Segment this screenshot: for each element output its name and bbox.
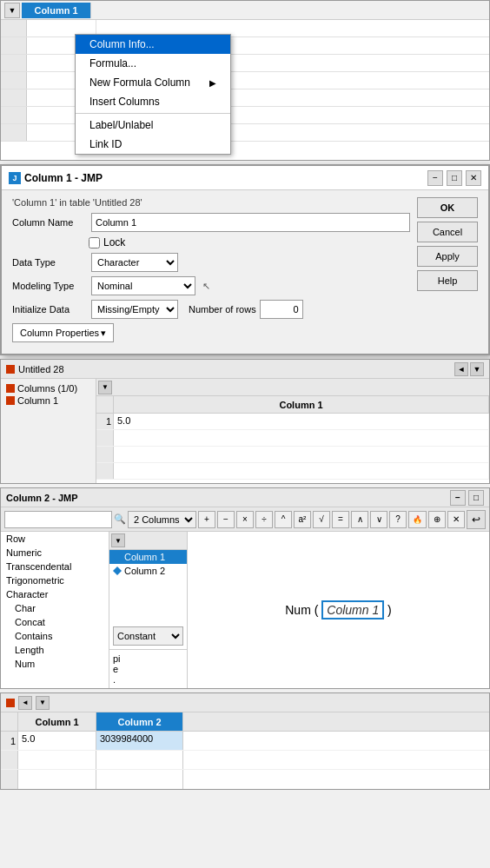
col-icon	[6, 396, 15, 405]
row-number: 1	[96, 414, 114, 429]
func-item-transcendental[interactable]: Transcendental	[1, 560, 109, 573]
bottom-nav-down[interactable]: ▼	[36, 696, 50, 710]
op-or-button[interactable]: ∨	[370, 511, 387, 528]
col1-header-bottom[interactable]: Column 1	[18, 712, 96, 731]
func-subitem-concat[interactable]: Concat	[1, 615, 109, 629]
close-button[interactable]: ✕	[466, 170, 481, 186]
ok-button[interactable]: OK	[417, 197, 478, 218]
constant-dot[interactable]: .	[113, 674, 183, 685]
maximize-button[interactable]: □	[447, 170, 462, 186]
lock-checkbox[interactable]	[89, 237, 100, 248]
column-properties-button[interactable]: Column Properties ▾	[12, 323, 114, 342]
context-menu-label-unlabel[interactable]: Label/Unlabel	[76, 116, 230, 135]
col-count-select[interactable]: 2 Columns	[128, 511, 196, 528]
sidebar-icon	[6, 384, 15, 393]
op-add-button[interactable]: +	[198, 511, 215, 528]
col1-header[interactable]: Column 1	[114, 396, 489, 413]
cancel-button[interactable]: Cancel	[417, 222, 478, 242]
func-subitem-char[interactable]: Char	[1, 601, 109, 615]
op-subtract-button[interactable]: −	[217, 511, 235, 528]
nav-left-arrow[interactable]: ◄	[454, 362, 468, 376]
context-menu-insert-columns[interactable]: Insert Columns	[76, 92, 230, 111]
data-type-select[interactable]: Character	[91, 253, 178, 272]
mini-corner	[96, 396, 114, 413]
spreadsheet-toolbar: ▼ Column 1	[1, 1, 489, 20]
col1-empty2[interactable]	[18, 770, 96, 789]
col-list-item-col2[interactable]: Column 2	[109, 564, 187, 578]
sidebar-col-item[interactable]: Column 1	[4, 394, 92, 407]
col1-cell-empty[interactable]	[114, 447, 489, 462]
formula-toolbar: 🔍 2 Columns + − × ÷ ^ a² √ = ∧ ∨ ? 🔥 ⊕ ✕…	[1, 507, 489, 532]
context-menu-column-info[interactable]: Column Info...	[76, 35, 230, 54]
col2-maximize-button[interactable]: □	[468, 490, 484, 506]
func-subitem-contains[interactable]: Contains	[1, 629, 109, 643]
context-menu-link-id[interactable]: Link ID	[76, 135, 230, 154]
op-multiply-button[interactable]: ×	[236, 511, 254, 528]
op-and-button[interactable]: ∧	[351, 511, 368, 528]
op-question-button[interactable]: ?	[389, 511, 407, 528]
col1-cell-empty[interactable]	[114, 463, 489, 479]
constant-select[interactable]: Constant	[113, 626, 183, 646]
op-squared-button[interactable]: a²	[294, 511, 311, 528]
triangle-icon[interactable]: ▼	[4, 3, 20, 18]
initialize-data-select[interactable]: Missing/Empty	[91, 300, 178, 319]
op-clear-button[interactable]: ✕	[447, 511, 465, 528]
col2-minimize-button[interactable]: −	[450, 490, 466, 506]
dialog-title: J Column 1 - JMP	[9, 172, 103, 184]
formula-column-ref[interactable]: Column 1	[321, 600, 384, 620]
op-power-button[interactable]: ^	[275, 511, 292, 528]
col-props-row: Column Properties ▾	[12, 323, 410, 342]
col1-cell[interactable]: 5.0	[114, 414, 489, 429]
nav-down-arrow[interactable]: ▼	[470, 362, 484, 376]
col1-value[interactable]: 5.0	[18, 732, 96, 750]
func-item-trigonometric[interactable]: Trigonometric	[1, 573, 109, 587]
jmp-logo-icon: J	[9, 172, 21, 184]
func-subitem-num[interactable]: Num	[1, 657, 109, 671]
col-item-label: Column 1	[17, 395, 58, 406]
col2-header-bottom[interactable]: Column 2	[96, 712, 183, 731]
col2-empty2[interactable]	[96, 770, 183, 789]
bottom-nav-left[interactable]: ◄	[18, 696, 32, 710]
op-sqrt-button[interactable]: √	[313, 511, 330, 528]
col1-cell-empty[interactable]	[114, 430, 489, 446]
columns-sidebar: Columns (1/0) Column 1	[1, 379, 96, 483]
func-item-row[interactable]: Row	[1, 532, 109, 546]
col1-header[interactable]: Column 1	[22, 3, 91, 18]
context-menu-new-formula-column[interactable]: New Formula Column ▶	[76, 73, 230, 92]
column2-jmp-dialog: Column 2 - JMP − □ 🔍 2 Columns + − × ÷ ^…	[0, 487, 490, 689]
row-number-empty2	[1, 770, 18, 789]
sidebar-cols-title: Columns (1/0)	[4, 382, 92, 394]
op-equal-button[interactable]: =	[332, 511, 349, 528]
function-categories-panel: Row Numeric Transcendental Trigonometric…	[1, 532, 109, 688]
empty-cell	[183, 732, 489, 750]
func-item-character[interactable]: Character	[1, 587, 109, 601]
col1-empty[interactable]	[18, 751, 96, 769]
data-type-label: Data Type	[12, 257, 86, 268]
constant-pi[interactable]: pi	[113, 653, 183, 664]
col2-empty[interactable]	[96, 751, 183, 769]
col-list-item-col1[interactable]: Column 1	[109, 550, 187, 564]
row-number	[96, 463, 114, 479]
undo-button[interactable]: ↩	[467, 510, 486, 529]
col2-value[interactable]: 3039984000	[96, 732, 183, 750]
context-menu-formula[interactable]: Formula...	[76, 54, 230, 73]
search-icon: 🔍	[114, 514, 126, 525]
column-name-input[interactable]	[91, 213, 410, 232]
col-list-nav[interactable]: ▼	[111, 533, 125, 547]
op-divide-button[interactable]: ÷	[255, 511, 273, 528]
num-rows-input[interactable]	[260, 300, 303, 319]
formula-search-input[interactable]	[4, 511, 112, 528]
mini-nav-down[interactable]: ▼	[98, 381, 112, 394]
apply-button[interactable]: Apply	[417, 246, 478, 267]
row-num	[1, 107, 27, 123]
help-button[interactable]: Help	[417, 270, 478, 291]
constant-e[interactable]: e	[113, 664, 183, 674]
dialog-titlebar: J Column 1 - JMP − □ ✕	[2, 166, 488, 190]
op-xor-button[interactable]: ⊕	[428, 511, 446, 528]
bottom-spreadsheet: ◄ ▼ Column 1 Column 2 1 5.0 3039984000	[0, 692, 490, 790]
op-fire-button[interactable]: 🔥	[408, 511, 427, 528]
modeling-type-select[interactable]: Nominal	[91, 276, 195, 295]
minimize-button[interactable]: −	[427, 170, 443, 186]
func-subitem-length[interactable]: Length	[1, 643, 109, 657]
func-item-numeric[interactable]: Numeric	[1, 546, 109, 560]
